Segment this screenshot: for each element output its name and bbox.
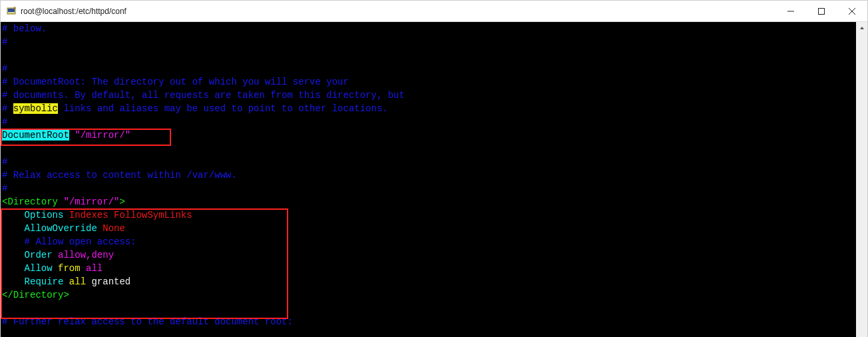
directive-value: granted [86,276,130,287]
directive-require: Require [2,276,63,287]
directive-value: all [81,263,103,274]
directive-allowoverride: AllowOverride [2,223,97,234]
search-highlight: symbolic [13,103,58,114]
directive-keyword: from [53,263,81,274]
directive-order: Order [2,250,53,260]
directive-value: None [97,223,125,234]
term-line: # [2,103,13,114]
svg-rect-1 [8,9,15,12]
term-line: # [2,117,7,127]
app-window: root@localhost:/etc/httpd/conf # below. … [0,0,868,337]
term-line: # [2,183,7,194]
putty-icon [6,6,17,17]
svg-rect-4 [819,8,825,14]
vertical-scrollbar[interactable] [856,22,867,337]
scroll-up-arrow[interactable] [856,22,867,33]
tag-close-bracket: > [119,196,124,207]
term-line: # Further relax access to the default do… [2,316,293,327]
term-line: # DocumentRoot: The directory out of whi… [2,77,349,87]
directive-options: Options [2,210,63,220]
tag-arg: "/mirror/" [63,196,119,207]
close-button[interactable] [837,1,867,22]
client-area: # below. # # # DocumentRoot: The directo… [1,22,867,337]
directive-value: allow,deny [53,250,114,260]
scroll-track[interactable] [856,33,867,337]
term-line: # Relax access to content within /var/ww… [2,170,237,180]
directive-keyword: all [63,276,86,287]
term-line: # [2,63,7,74]
directive-documentroot: DocumentRoot [2,130,69,141]
term-line: # below. [2,23,47,34]
directive-value: Indexes FollowSymLinks [63,210,192,220]
term-line: # [2,157,7,167]
tag-open-directory: <Directory [2,196,63,207]
terminal[interactable]: # below. # # # DocumentRoot: The directo… [1,22,856,337]
term-line: # [2,37,7,47]
minimize-button[interactable] [775,1,806,22]
titlebar[interactable]: root@localhost:/etc/httpd/conf [1,1,867,22]
maximize-button[interactable] [806,1,837,22]
directive-value: "/mirror/" [69,130,130,141]
term-line: # Allow open access: [2,236,136,247]
term-line: links and aliases may be used to point t… [58,103,388,114]
window-title: root@localhost:/etc/httpd/conf [21,7,126,16]
directive-allow: Allow [2,263,53,274]
svg-marker-7 [860,27,864,29]
svg-rect-2 [14,7,15,9]
term-line: # documents. By default, all requests ar… [2,90,405,101]
tag-close-directory: </Directory> [2,290,69,300]
